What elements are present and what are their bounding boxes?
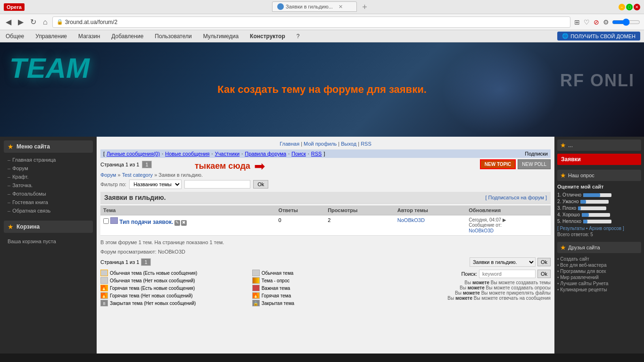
menu-obshee[interactable]: Общее bbox=[4, 32, 26, 41]
settings-button[interactable]: ⚙ bbox=[602, 17, 610, 27]
update-icon: ▶ bbox=[503, 217, 506, 222]
forum-subscribe-link[interactable]: [ Подписаться на форум ] bbox=[485, 195, 547, 200]
perm-poll: Вы можете Вы можете создавать опросы bbox=[404, 285, 551, 290]
forum-nav-users[interactable]: Участники bbox=[215, 151, 240, 156]
perm-reply: Вы можете Вы можете отвечать на сообщени… bbox=[404, 296, 551, 301]
browser-tab[interactable]: Заявки в гильдию... ✕ bbox=[272, 1, 357, 12]
friends-link-4[interactable]: Лучшие сайты Рунета bbox=[557, 280, 641, 287]
friends-link-1[interactable]: Все для веб-мастера bbox=[557, 262, 641, 268]
new-topic-button[interactable]: NEW TOPIC bbox=[480, 159, 516, 169]
sidebar-item-albums[interactable]: – Фотоальбомы bbox=[4, 189, 93, 198]
topic-cell: Тип подачи заявок. ✎ ✖ bbox=[100, 215, 276, 236]
legend-icon-r-normal bbox=[252, 270, 260, 276]
friends-link-3[interactable]: Мир развлечений bbox=[557, 274, 641, 280]
right-section-top-title: ★ ... bbox=[557, 140, 641, 151]
forum-nav-rss[interactable]: RSS bbox=[311, 151, 322, 156]
nav-logout-link[interactable]: Выход bbox=[341, 141, 356, 147]
legend-hot-none: 🔥 Горячая тема (Нет новых сообщений) bbox=[100, 292, 248, 299]
bottom-page-nav: Страница 1 из 1 1 bbox=[100, 258, 151, 266]
get-domain-button[interactable]: 🌐 ПОЛУЧИТЬ СВОЙ ДОМЕН bbox=[557, 32, 640, 41]
search-ok-button[interactable]: Ok bbox=[537, 270, 551, 278]
right-poll-title: ★ Наш опрос bbox=[557, 170, 641, 181]
views-cell: 2 bbox=[325, 215, 395, 236]
new-tab-button[interactable]: + bbox=[358, 2, 371, 12]
tab-label: Заявки в гильдию... bbox=[286, 4, 333, 9]
sidebar-item-craft[interactable]: – Крафт. bbox=[4, 173, 93, 181]
author-link[interactable]: NoOBkO3D bbox=[397, 217, 425, 223]
menu-polzovateli[interactable]: Пользователи bbox=[153, 32, 193, 41]
menu-dobavlenie[interactable]: Добавление bbox=[109, 32, 145, 41]
sidebar-item-guestbook[interactable]: – Гостевая книга bbox=[4, 198, 93, 206]
legend-icon-normal-none bbox=[100, 277, 108, 284]
sidebar-item-forum[interactable]: – Форум bbox=[4, 164, 93, 173]
forward-button[interactable]: ▶ bbox=[16, 16, 25, 27]
breadcrumb-category[interactable]: Test category bbox=[122, 172, 153, 178]
menu-multimedia[interactable]: Мультимедиа bbox=[201, 32, 240, 41]
bottom-page-btn-1[interactable]: 1 bbox=[141, 258, 150, 266]
bookmark-button[interactable]: ♡ bbox=[583, 17, 591, 27]
breadcrumb-forum[interactable]: Форум bbox=[100, 172, 116, 178]
search-row: Поиск: Ok bbox=[404, 270, 551, 278]
action-buttons-area: NEW TOPIC NEW POLL bbox=[480, 159, 551, 169]
menu-help[interactable]: ? bbox=[295, 32, 302, 41]
get-domain-label: ПОЛУЧИТЬ СВОЙ ДОМЕН bbox=[570, 33, 636, 39]
forum-nav-search[interactable]: Поиск bbox=[291, 151, 305, 156]
home-button[interactable]: ⌂ bbox=[41, 17, 50, 27]
nav-rss-link[interactable]: RSS bbox=[361, 141, 372, 147]
close-button[interactable]: ✕ bbox=[634, 4, 640, 10]
nav-profile-link[interactable]: Мой профиль bbox=[304, 141, 337, 147]
navigation-bar: ◀ ▶ ↻ ⌂ 🔒 3round.at.ua/forum/2 ⊞ ♡ ⊘ ⚙ bbox=[0, 14, 644, 30]
topic-checkbox[interactable] bbox=[103, 218, 109, 224]
legend-normal-none: Обычная тема (Нет новых сообщений) bbox=[100, 277, 248, 284]
search-input[interactable] bbox=[479, 270, 536, 278]
back-button[interactable]: ◀ bbox=[4, 16, 13, 27]
forum-nav-bar: [ Личные сообщения(0) · Новые сообщения … bbox=[100, 149, 551, 158]
friends-link-2[interactable]: Программы для всех bbox=[557, 268, 641, 274]
page-nav-left: Страница 1 из 1 1 bbox=[100, 161, 152, 168]
sidebar-menu-label: Меню сайта bbox=[17, 143, 50, 150]
filter-input[interactable] bbox=[184, 180, 250, 189]
goto-select[interactable]: Заявки в гильдию. bbox=[470, 257, 536, 267]
grid-button[interactable]: ⊞ bbox=[573, 17, 581, 27]
friends-link-0[interactable]: Создать сайт bbox=[557, 256, 641, 262]
goto-ok-button[interactable]: Ok bbox=[537, 258, 551, 266]
tab-close-icon[interactable]: ✕ bbox=[339, 4, 343, 10]
friends-link-5[interactable]: Кулинарные рецепты bbox=[557, 287, 641, 293]
annotation-container: тыкаем сюда ➡ bbox=[195, 158, 265, 174]
forum-nav-personal-msg[interactable]: Личные сообщения(0) bbox=[107, 151, 160, 156]
forum-nav-rules[interactable]: Правила форума bbox=[245, 151, 286, 156]
annotation-arrow-icon: ➡ bbox=[254, 158, 265, 174]
minimize-button[interactable]: − bbox=[619, 4, 625, 10]
menu-upravlenie[interactable]: Управление bbox=[33, 32, 69, 41]
reload-button[interactable]: ↻ bbox=[28, 16, 38, 27]
menu-konstruktor[interactable]: Конструктор bbox=[248, 32, 287, 41]
filter-bar: Фильтр по: Названию темы Ok bbox=[100, 180, 551, 189]
domain-icon: 🌐 bbox=[562, 33, 569, 39]
update-author-link[interactable]: NoOBkO3D bbox=[469, 228, 494, 233]
forum-info-text: В этом форуме 1 тем. На странице показан… bbox=[100, 238, 551, 247]
header-logo-right: RF ONLI bbox=[560, 71, 635, 90]
topic-link[interactable]: Тип подачи заявок. bbox=[119, 219, 173, 225]
address-bar[interactable]: 🔒 3round.at.ua/forum/2 bbox=[52, 16, 570, 28]
sidebar-menu-title: ★ Меню сайта bbox=[4, 140, 93, 153]
block-button[interactable]: ⊘ bbox=[593, 17, 600, 27]
sidebar-item-home[interactable]: – Главная страница bbox=[4, 156, 93, 164]
sidebar-item-feedback[interactable]: – Обратная связь bbox=[4, 206, 93, 215]
sidebar-menu-section: ★ Меню сайта – Главная страница – Форум … bbox=[4, 140, 93, 215]
forum-nav-new-msg[interactable]: Новые сообщения bbox=[165, 151, 209, 156]
cart-empty-text: Ваша корзина пуста bbox=[4, 236, 93, 247]
poll-question: Оцените мой сайт bbox=[557, 184, 641, 189]
page-btn-1[interactable]: 1 bbox=[142, 161, 151, 168]
subscribe-label: Подписки bbox=[525, 151, 548, 156]
forum-header-bar: Заявки в гильдию. [ Подписаться на форум… bbox=[100, 192, 551, 204]
filter-select[interactable]: Названию темы bbox=[129, 180, 182, 189]
filter-ok-button[interactable]: Ok bbox=[253, 180, 268, 189]
nav-main-link[interactable]: Главная bbox=[280, 141, 299, 147]
poll-results-link[interactable]: [ Результаты • Архив опросов ] bbox=[557, 226, 624, 231]
menu-magazin[interactable]: Магазин bbox=[76, 32, 102, 41]
new-poll-button[interactable]: NEW POLL bbox=[518, 159, 551, 169]
zoom-slider[interactable] bbox=[612, 18, 640, 26]
sidebar-item-zatonka[interactable]: – Заточка. bbox=[4, 181, 93, 189]
legend-search-row: Обычная тема (Есть новые сообщения) Обыч… bbox=[100, 270, 551, 307]
maximize-button[interactable]: □ bbox=[626, 4, 633, 10]
